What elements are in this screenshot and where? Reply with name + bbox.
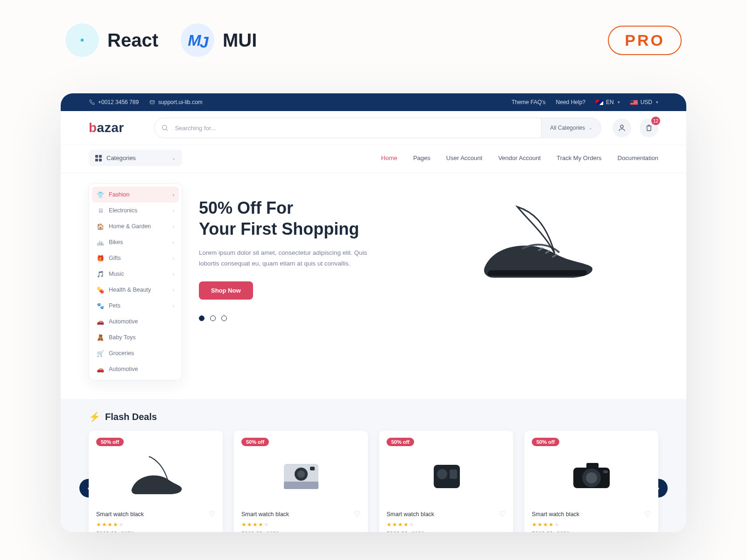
category-icon: 💊 — [97, 286, 104, 294]
category-label: Home & Garden — [109, 223, 151, 230]
svg-rect-14 — [450, 469, 457, 479]
category-icon: 🎁 — [97, 254, 104, 262]
wishlist-button[interactable]: ♡ — [354, 510, 360, 518]
deal-card[interactable]: 50% offSmart watch black♡★★★★★$110.00$25… — [89, 431, 223, 532]
deal-card[interactable]: 50% offSmart watch black♡★★★★★$110.00$25… — [379, 431, 513, 532]
category-icon: 🎵 — [97, 270, 104, 278]
category-item-home-garden[interactable]: 🏠Home & Garden› — [89, 218, 182, 234]
price: $110.00 — [96, 531, 117, 532]
cart-button[interactable]: 12 — [640, 119, 658, 137]
wishlist-button[interactable]: ♡ — [644, 510, 651, 518]
rating-stars: ★★★★★ — [241, 521, 360, 528]
old-price: $250 — [557, 531, 570, 532]
rating-stars: ★★★★★ — [387, 521, 506, 528]
category-item-pets[interactable]: 🐾Pets› — [89, 298, 182, 314]
category-label: Electronics — [109, 207, 137, 214]
hero-image — [414, 197, 658, 291]
primary-nav: Categories ⌄ Home Pages User Account Ven… — [61, 145, 686, 173]
rating-stars: ★★★★★ — [532, 521, 651, 528]
category-item-health-beauty[interactable]: 💊Health & Beauty› — [89, 282, 182, 298]
discount-chip: 50% off — [241, 438, 269, 446]
category-icon: 👕 — [97, 191, 104, 198]
flag-uk-icon — [596, 100, 603, 105]
chevron-right-icon: › — [173, 256, 174, 261]
category-item-gifts[interactable]: 🎁Gifts› — [89, 250, 182, 266]
wishlist-button[interactable]: ♡ — [499, 510, 506, 518]
mui-badge: MJ MUI — [181, 23, 257, 57]
deal-title: Smart watch black — [241, 511, 289, 518]
react-icon — [65, 23, 99, 57]
pro-pill: PRO — [608, 26, 682, 55]
flag-us-icon — [630, 100, 638, 105]
category-item-electronics[interactable]: 🖥Electronics› — [89, 203, 182, 218]
old-price: $250 — [121, 531, 134, 532]
category-item-music[interactable]: 🎵Music› — [89, 266, 182, 282]
bolt-icon: ⚡ — [89, 411, 100, 422]
bag-icon — [645, 124, 653, 132]
nav-track-orders[interactable]: Track My Orders — [557, 154, 601, 161]
deal-title: Smart watch black — [387, 511, 434, 518]
category-item-bikes[interactable]: 🚲Bikes› — [89, 234, 182, 250]
nav-pages[interactable]: Pages — [413, 154, 430, 161]
price: $110.00 — [532, 531, 553, 532]
category-icon: 🚗 — [97, 365, 104, 373]
nav-user-account[interactable]: User Account — [446, 154, 482, 161]
deal-card[interactable]: 50% offSmart watch black♡★★★★★$110.00$25… — [524, 431, 658, 532]
search-category-select[interactable]: All Categories ⌄ — [541, 118, 601, 138]
hero-copy: 50% Off For Your First Shopping Lorem ip… — [199, 197, 395, 321]
theme-faqs-link[interactable]: Theme FAQ's — [512, 99, 546, 105]
categories-dropdown: 👕Fashion›🖥Electronics›🏠Home & Garden›🚲Bi… — [89, 183, 182, 380]
need-help-link[interactable]: Need Help? — [556, 99, 585, 105]
category-item-fashion[interactable]: 👕Fashion› — [92, 187, 179, 203]
shop-now-button[interactable]: Shop Now — [199, 281, 253, 300]
hero-dot-3[interactable] — [221, 315, 227, 321]
category-item-automotive[interactable]: 🚗Automotive — [89, 314, 182, 329]
discount-chip: 50% off — [387, 438, 414, 446]
old-price: $250 — [411, 531, 424, 532]
discount-chip: 50% off — [96, 438, 124, 446]
svg-point-10 — [297, 470, 305, 478]
category-item-groceries[interactable]: 🛒Groceries — [89, 345, 182, 361]
hero-subtitle: Lorem ipsum dolor sit amet, consectetur … — [199, 248, 376, 269]
currency-selector[interactable]: USD▾ — [630, 99, 658, 105]
react-label: React — [107, 30, 158, 51]
chevron-right-icon: › — [173, 192, 174, 197]
search-bar: All Categories ⌄ — [154, 118, 601, 138]
search-input[interactable] — [175, 125, 542, 132]
category-icon: 🧸 — [97, 334, 104, 341]
wishlist-button[interactable]: ♡ — [209, 510, 215, 518]
category-item-baby-toys[interactable]: 🧸Baby Toys — [89, 329, 182, 345]
deal-image — [96, 446, 215, 507]
category-icon: 🚗 — [97, 318, 104, 325]
category-item-automotive[interactable]: 🚗Automotive — [89, 361, 182, 377]
category-label: Groceries — [109, 350, 134, 357]
hero-dot-2[interactable] — [210, 315, 216, 321]
chevron-down-icon: ⌄ — [589, 126, 592, 130]
nav-vendor-account[interactable]: Vendor Account — [498, 154, 541, 161]
category-label: Music — [109, 271, 124, 277]
language-selector[interactable]: EN▾ — [596, 99, 620, 105]
svg-point-13 — [437, 469, 447, 479]
tech-badges: React MJ MUI — [65, 23, 257, 57]
deal-title: Smart watch black — [96, 511, 144, 518]
site-logo[interactable]: bazar — [89, 120, 124, 135]
svg-rect-16 — [586, 463, 599, 469]
chevron-right-icon: › — [173, 272, 174, 277]
category-label: Automotive — [109, 366, 138, 372]
template-preview: +0012 3456 789 support.ui-lib.com Theme … — [61, 93, 686, 532]
price-row: $110.00$250 — [532, 531, 651, 532]
flash-deals-heading: ⚡ Flash Deals — [89, 411, 658, 422]
svg-point-6 — [620, 125, 623, 128]
hero-dot-1[interactable] — [199, 315, 204, 321]
price: $110.00 — [241, 531, 262, 532]
categories-button[interactable]: Categories ⌄ — [89, 150, 182, 166]
chevron-right-icon: › — [173, 303, 174, 308]
hero-section: 👕Fashion›🖥Electronics›🏠Home & Garden›🚲Bi… — [61, 173, 686, 399]
deal-image — [387, 446, 506, 507]
nav-documentation[interactable]: Documentation — [618, 154, 658, 161]
hero-title: 50% Off For Your First Shopping — [199, 197, 395, 239]
deal-carousel: ‹ › 50% offSmart watch black♡★★★★★$110.0… — [89, 431, 658, 532]
nav-home[interactable]: Home — [381, 154, 397, 161]
account-button[interactable] — [613, 119, 631, 137]
deal-card[interactable]: 50% offSmart watch black♡★★★★★$110.00$25… — [234, 431, 368, 532]
